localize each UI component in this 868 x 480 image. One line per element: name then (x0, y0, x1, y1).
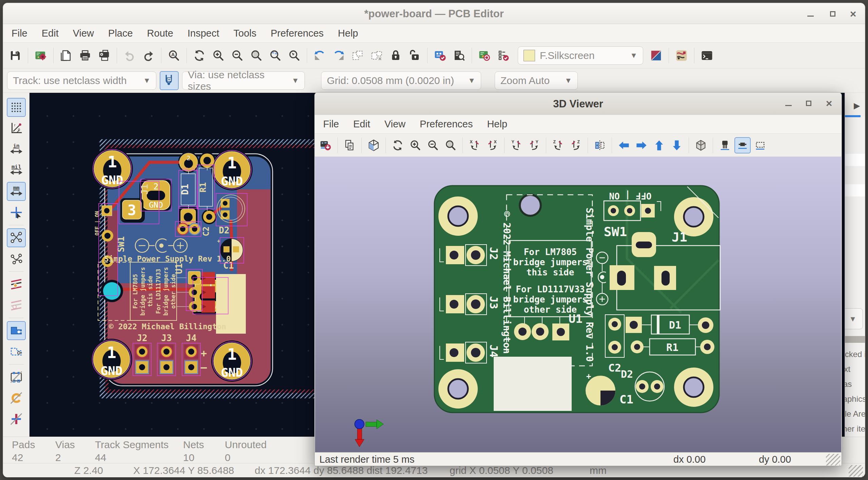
net-colors-button[interactable] (7, 275, 26, 294)
curved-ratsnest-button[interactable] (7, 249, 26, 268)
pan-down-button[interactable] (669, 137, 685, 153)
find-button[interactable]: A (165, 47, 183, 64)
rot-z-ccw-button[interactable]: Z (568, 137, 584, 153)
minimize-button[interactable] (805, 8, 816, 19)
layer-row[interactable] (845, 154, 865, 166)
zoom-in3d-button[interactable] (407, 137, 423, 153)
menu-file[interactable]: File (4, 28, 35, 39)
pan-up-button[interactable] (651, 137, 667, 153)
render3d-button[interactable] (366, 137, 382, 153)
layer-selector-dropdown[interactable]: F.Silkscreen ▼ (518, 46, 643, 65)
zoom-selection-button[interactable] (285, 47, 303, 64)
via-size-dropdown[interactable]: Via: use netclass sizes ▼ (182, 71, 305, 90)
menu-edit[interactable]: Edit (35, 28, 66, 39)
selection-filter-graphics[interactable]: Graphics (845, 394, 865, 408)
track-width-dropdown[interactable]: Track: use netclass width ▼ (7, 71, 156, 90)
flip3d-button[interactable] (592, 137, 608, 153)
close-button[interactable]: × (823, 98, 835, 109)
virtual-models-button[interactable] (752, 137, 768, 153)
save-button[interactable] (6, 47, 24, 64)
print-button[interactable] (76, 47, 94, 64)
auto-track-width-toggle[interactable] (160, 71, 179, 90)
unlock-button[interactable] (406, 47, 423, 64)
copy3d-button[interactable] (341, 137, 358, 153)
sketch-tracks-button[interactable] (7, 296, 26, 315)
checklist-button[interactable] (495, 47, 512, 64)
lock-button[interactable] (387, 47, 405, 64)
menu-inspect[interactable]: Inspect (180, 28, 226, 39)
sketch-pads-button[interactable] (7, 368, 26, 387)
layer-row[interactable] (845, 184, 865, 196)
cursor-shape-button[interactable] (7, 203, 26, 222)
menu-help[interactable]: Help (331, 28, 366, 39)
units-in-button[interactable]: in (7, 140, 26, 159)
zoom-dropdown[interactable]: Zoom Auto ▼ (495, 71, 578, 90)
pan-right-button[interactable] (633, 137, 650, 153)
units-mil-button[interactable]: mil (7, 161, 26, 180)
selection-filter-locked-items[interactable]: Locked items (845, 350, 865, 363)
tab-scroll-arrow-icon[interactable]: ▶ (854, 101, 860, 110)
selection-filter-vias[interactable]: Vias (845, 379, 852, 393)
maximize-button[interactable] (803, 98, 814, 109)
drc-list-button[interactable] (450, 47, 468, 64)
menu-tools[interactable]: Tools (226, 28, 264, 39)
smd-models-button[interactable] (734, 137, 751, 153)
selection-filter-rule-areas[interactable]: Rule Areas (845, 409, 865, 423)
selection-filter-other-items[interactable]: Other items (845, 424, 865, 437)
board-check-button[interactable] (476, 47, 493, 64)
grid-dropdown[interactable]: Grid: 0.0508 mm (0.0020 in) ▼ (321, 71, 481, 90)
rot-z-cw-button[interactable]: Z (550, 137, 566, 153)
orbit-button[interactable] (390, 137, 406, 153)
ratsnest-button[interactable] (7, 228, 26, 247)
zoom-page-button[interactable] (248, 47, 265, 64)
menu-preferences[interactable]: Preferences (413, 119, 480, 130)
zoom-fit3d-button[interactable] (442, 137, 459, 153)
drc-button[interactable] (431, 47, 449, 64)
maximize-button[interactable] (827, 8, 839, 19)
menu-view[interactable]: View (66, 28, 101, 39)
net-color-button[interactable] (673, 47, 690, 64)
resize-grip[interactable] (849, 465, 863, 477)
minimize-button[interactable] (783, 98, 794, 109)
selection-filter-text[interactable]: Text (845, 364, 850, 378)
redo-button[interactable] (140, 47, 157, 64)
sketch-vias-button[interactable] (7, 389, 26, 408)
close-button[interactable]: × (847, 8, 859, 19)
menu-file[interactable]: File (316, 119, 346, 130)
layer-display-button[interactable] (647, 47, 665, 64)
board-setup-button[interactable] (32, 47, 50, 64)
plot-button[interactable] (95, 47, 113, 64)
polar-coords-button[interactable]: rθ (7, 119, 26, 138)
zoom-objects-button[interactable] (267, 47, 284, 64)
resize-grip[interactable] (826, 454, 840, 465)
rot-y-cw-button[interactable]: Y (508, 137, 525, 153)
zones-filled-button[interactable] (7, 321, 26, 340)
zoom-in-button[interactable] (210, 47, 227, 64)
units-mm-button[interactable]: mm (7, 182, 26, 201)
menu-preferences[interactable]: Preferences (263, 28, 331, 39)
zoom-out3d-button[interactable] (425, 137, 441, 153)
rotate-ccw-button[interactable] (311, 47, 329, 64)
3d-viewer-titlebar[interactable]: 3D Viewer × (315, 92, 842, 115)
group-button[interactable] (349, 47, 367, 64)
rot-x-cw-button[interactable]: X (467, 137, 483, 153)
menu-help[interactable]: Help (480, 119, 514, 130)
refresh-button[interactable] (191, 47, 208, 64)
pan-left-button[interactable] (616, 137, 632, 153)
zoom-out-button[interactable] (229, 47, 246, 64)
grid-dots-button[interactable] (7, 98, 26, 117)
preset-dropdown[interactable]: ▼ (845, 308, 863, 329)
rot-x-ccw-button[interactable]: X (484, 137, 500, 153)
appearance-tabs[interactable]: ▶ (845, 93, 865, 117)
menu-route[interactable]: Route (140, 28, 180, 39)
menu-edit[interactable]: Edit (346, 119, 377, 130)
menu-place[interactable]: Place (101, 28, 140, 39)
inactive-layers-button[interactable] (7, 410, 26, 429)
rot-y-ccw-button[interactable]: Y (526, 137, 542, 153)
zones-outline-button[interactable] (7, 342, 26, 361)
undo-button[interactable] (121, 47, 138, 64)
tht-models-button[interactable] (717, 137, 733, 153)
console-button[interactable] (698, 47, 716, 64)
rotate-cw-button[interactable] (330, 47, 348, 64)
menu-view[interactable]: View (377, 119, 413, 130)
